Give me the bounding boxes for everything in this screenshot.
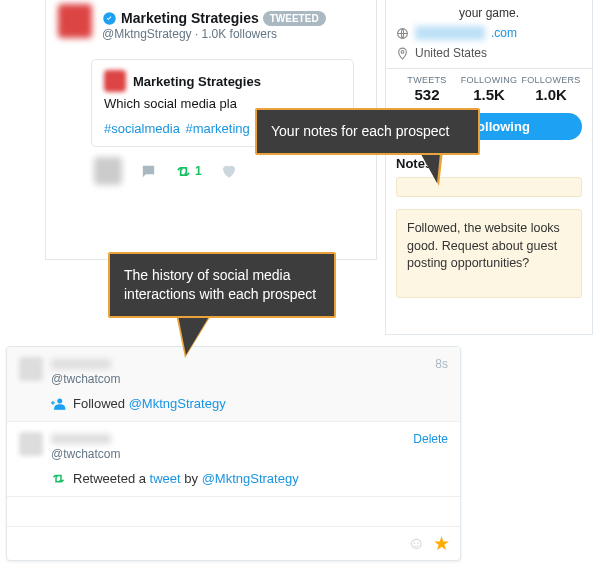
tweet-author: Marketing Strategies: [133, 74, 261, 89]
history-panel: @twchatcom 8s Followed @MktngStrategy @t…: [6, 346, 461, 561]
profile-info: Marketing Strategies TWEETED @MktngStrat…: [102, 10, 364, 41]
callout-tail: [178, 315, 210, 355]
stats-row: TWEETS 532 FOLLOWING 1.5K FOLLOWERS 1.0K: [386, 68, 592, 111]
like-icon[interactable]: [220, 162, 238, 180]
mention-link[interactable]: @MktngStrategy: [129, 396, 226, 411]
location-pin-icon: [396, 47, 409, 60]
globe-icon: [396, 27, 409, 40]
bio-fragment: your game.: [396, 6, 582, 20]
hashtag[interactable]: #marketing: [186, 121, 250, 136]
history-handle[interactable]: @twchatcom: [51, 372, 427, 386]
retweet-count: 1: [195, 164, 202, 178]
history-item: @twchatcom 8s Followed @MktngStrategy: [7, 347, 460, 422]
star-icon[interactable]: ★: [433, 532, 450, 555]
stat-followers[interactable]: FOLLOWERS 1.0K: [520, 75, 582, 103]
website-row[interactable]: xxxxxxxxxxx.com: [396, 26, 582, 40]
delete-button[interactable]: Delete: [413, 432, 448, 446]
history-item: @twchatcom Delete Retweeted a tweet by @…: [7, 422, 460, 497]
hashtag[interactable]: #socialmedia: [104, 121, 180, 136]
stat-tweets[interactable]: TWEETS 532: [396, 75, 458, 103]
website-suffix: .com: [491, 26, 517, 40]
reply-icon[interactable]: [140, 163, 157, 180]
profile-name[interactable]: Marketing Strategies: [121, 10, 259, 26]
profile-avatar[interactable]: [58, 4, 92, 38]
user-avatar[interactable]: [94, 157, 122, 185]
history-avatar: [19, 432, 43, 456]
tweet-avatar: [104, 70, 126, 92]
callout-notes: Your notes for each prospect: [255, 108, 480, 155]
location-row: United States: [396, 46, 582, 60]
history-timestamp: 8s: [435, 357, 448, 371]
website-blurred: xxxxxxxxxxx: [415, 26, 485, 40]
tweet-link[interactable]: tweet: [150, 471, 181, 486]
svg-point-4: [57, 399, 62, 404]
tweet-actions: 1: [94, 157, 354, 185]
history-footer: ☺ ★: [7, 526, 460, 560]
profile-header: Marketing Strategies TWEETED @MktngStrat…: [46, 0, 376, 43]
history-avatar: [19, 357, 43, 381]
retweet-icon: [51, 471, 66, 486]
profile-handle[interactable]: @MktngStrategy: [102, 27, 192, 41]
location-text: United States: [415, 46, 487, 60]
tweeted-badge: TWEETED: [263, 11, 326, 26]
history-name-blurred: [51, 359, 111, 369]
mention-link[interactable]: @MktngStrategy: [202, 471, 299, 486]
profile-handle-line: @MktngStrategy · 1.0K followers: [102, 27, 364, 41]
history-name-blurred: [51, 434, 111, 444]
history-action: Retweeted a tweet by @MktngStrategy: [51, 471, 448, 486]
follow-icon: [51, 396, 66, 411]
retweet-button[interactable]: 1: [175, 163, 202, 180]
callout-history: The history of social media interactions…: [108, 252, 336, 318]
history-handle[interactable]: @twchatcom: [51, 447, 405, 461]
verified-badge-icon: [102, 11, 117, 26]
svg-point-2: [401, 50, 404, 53]
emoji-picker-icon[interactable]: ☺: [408, 534, 425, 554]
action-verb: Followed: [73, 396, 125, 411]
history-action: Followed @MktngStrategy: [51, 396, 448, 411]
followers-count: 1.0K followers: [202, 27, 277, 41]
stat-following[interactable]: FOLLOWING 1.5K: [458, 75, 520, 103]
note-card[interactable]: Followed, the website looks good. Reques…: [396, 209, 582, 298]
